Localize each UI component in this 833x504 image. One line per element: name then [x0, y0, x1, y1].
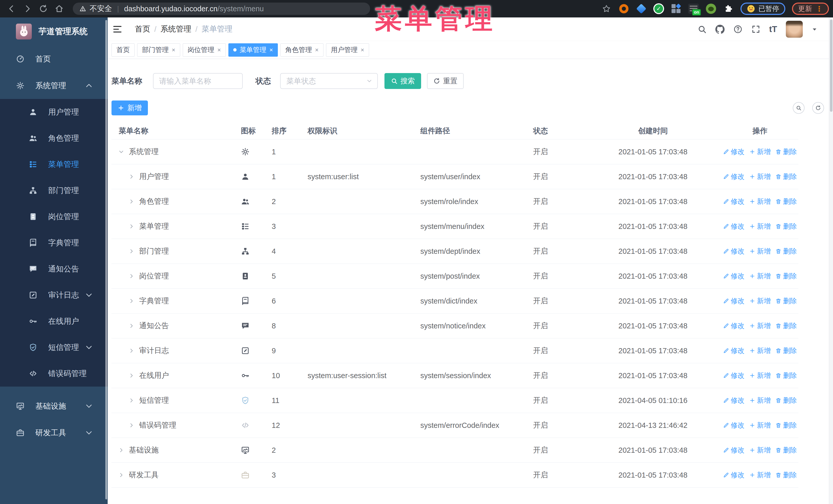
- browser-home-icon[interactable]: [55, 4, 64, 13]
- status-select-input[interactable]: [280, 73, 378, 89]
- edit-link[interactable]: 修改: [723, 197, 744, 206]
- tab-用户管理[interactable]: 用户管理×: [326, 43, 369, 57]
- browser-reload-icon[interactable]: [39, 4, 48, 13]
- hamburger-icon[interactable]: [112, 24, 122, 34]
- close-icon[interactable]: ×: [315, 46, 318, 54]
- sidebar-item-短信管理[interactable]: 短信管理: [0, 334, 108, 360]
- delete-link[interactable]: 删除: [775, 197, 797, 206]
- extension-switch-icon[interactable]: on: [688, 3, 699, 14]
- edit-link[interactable]: 修改: [723, 471, 744, 480]
- close-icon[interactable]: ×: [361, 46, 364, 54]
- add-link[interactable]: 新增: [749, 396, 771, 405]
- sidebar-scrollbar[interactable]: [105, 20, 107, 499]
- expand-row-icon[interactable]: [128, 323, 135, 329]
- reset-button[interactable]: 重置: [427, 73, 464, 89]
- expand-row-icon[interactable]: [128, 347, 135, 354]
- sidebar-item-系统管理[interactable]: 系统管理: [0, 72, 108, 99]
- edit-link[interactable]: 修改: [723, 446, 744, 455]
- add-link[interactable]: 新增: [749, 371, 771, 380]
- delete-link[interactable]: 删除: [775, 346, 797, 355]
- font-size-icon[interactable]: tT: [769, 24, 777, 34]
- sidebar-item-错误码管理[interactable]: 错误码管理: [0, 360, 108, 387]
- add-link[interactable]: 新增: [749, 446, 771, 455]
- add-link[interactable]: 新增: [749, 296, 771, 306]
- page-scrollbar-thumb[interactable]: [830, 20, 832, 112]
- profile-paused-badge[interactable]: 已暂停: [740, 3, 785, 15]
- expand-row-icon[interactable]: [128, 373, 135, 379]
- extension-green-check-icon[interactable]: ✓: [653, 3, 664, 14]
- search-button[interactable]: 搜索: [384, 73, 421, 89]
- edit-link[interactable]: 修改: [723, 321, 744, 331]
- expand-row-icon[interactable]: [118, 447, 124, 453]
- edit-link[interactable]: 修改: [723, 222, 744, 231]
- edit-link[interactable]: 修改: [723, 247, 744, 256]
- add-link[interactable]: 新增: [749, 222, 771, 231]
- fullscreen-icon[interactable]: [751, 25, 760, 34]
- add-link[interactable]: 新增: [749, 197, 771, 206]
- edit-link[interactable]: 修改: [723, 271, 744, 281]
- github-icon[interactable]: [715, 25, 724, 34]
- delete-link[interactable]: 删除: [775, 271, 797, 281]
- tab-首页[interactable]: 首页: [112, 43, 135, 57]
- app-logo[interactable]: 芋道管理系统: [0, 18, 108, 46]
- edit-link[interactable]: 修改: [723, 296, 744, 306]
- add-link[interactable]: 新增: [749, 346, 771, 355]
- delete-link[interactable]: 删除: [775, 222, 797, 231]
- sidebar-item-首页[interactable]: 首页: [0, 46, 108, 72]
- add-link[interactable]: 新增: [749, 147, 771, 157]
- breadcrumb-home[interactable]: 首页: [135, 24, 150, 34]
- delete-link[interactable]: 删除: [775, 446, 797, 455]
- delete-link[interactable]: 删除: [775, 172, 797, 181]
- edit-link[interactable]: 修改: [723, 172, 744, 181]
- delete-link[interactable]: 删除: [775, 296, 797, 306]
- extension-monkey-icon[interactable]: [706, 3, 716, 14]
- add-link[interactable]: 新增: [749, 321, 771, 331]
- edit-link[interactable]: 修改: [723, 147, 744, 157]
- close-icon[interactable]: ×: [269, 46, 273, 54]
- tab-岗位管理[interactable]: 岗位管理×: [183, 43, 226, 57]
- browser-update-badge[interactable]: 更新 ⋮: [792, 3, 829, 15]
- tab-菜单管理[interactable]: 菜单管理×: [229, 43, 278, 57]
- delete-link[interactable]: 删除: [775, 396, 797, 405]
- sidebar-item-菜单管理[interactable]: 菜单管理: [0, 151, 108, 177]
- address-bar[interactable]: 不安全 | dashboard.yudao.iocoder.cn/system/…: [73, 3, 370, 15]
- delete-link[interactable]: 删除: [775, 471, 797, 480]
- sidebar-item-研发工具[interactable]: 研发工具: [0, 419, 108, 446]
- edit-link[interactable]: 修改: [723, 421, 744, 430]
- sidebar-item-角色管理[interactable]: 角色管理: [0, 125, 108, 151]
- delete-link[interactable]: 删除: [775, 147, 797, 157]
- chevron-down-icon[interactable]: [811, 26, 818, 32]
- delete-link[interactable]: 删除: [775, 247, 797, 256]
- breadcrumb-system[interactable]: 系统管理: [161, 24, 191, 34]
- expand-row-icon[interactable]: [118, 472, 124, 478]
- edit-link[interactable]: 修改: [723, 371, 744, 380]
- edit-link[interactable]: 修改: [723, 346, 744, 355]
- delete-link[interactable]: 删除: [775, 421, 797, 430]
- delete-link[interactable]: 删除: [775, 321, 797, 331]
- expand-row-icon[interactable]: [128, 223, 135, 230]
- sidebar-item-基础设施[interactable]: 基础设施: [0, 393, 108, 419]
- sidebar-item-通知公告[interactable]: 通知公告: [0, 256, 108, 282]
- collapse-row-icon[interactable]: [118, 149, 124, 155]
- expand-row-icon[interactable]: [128, 398, 135, 404]
- add-link[interactable]: 新增: [749, 271, 771, 281]
- add-link[interactable]: 新增: [749, 421, 771, 430]
- sidebar-item-岗位管理[interactable]: 岗位管理: [0, 203, 108, 230]
- extensions-puzzle-icon[interactable]: [723, 3, 734, 14]
- expand-row-icon[interactable]: [128, 422, 135, 428]
- add-link[interactable]: 新增: [749, 172, 771, 181]
- tab-角色管理[interactable]: 角色管理×: [280, 43, 324, 57]
- close-icon[interactable]: ×: [172, 46, 175, 54]
- sidebar-item-在线用户[interactable]: 在线用户: [0, 308, 108, 334]
- browser-forward-icon[interactable]: [23, 4, 32, 13]
- browser-back-icon[interactable]: [7, 4, 16, 13]
- close-icon[interactable]: ×: [217, 46, 221, 54]
- expand-row-icon[interactable]: [128, 198, 135, 205]
- sidebar-item-用户管理[interactable]: 用户管理: [0, 99, 108, 125]
- expand-row-icon[interactable]: [128, 173, 135, 180]
- expand-row-icon[interactable]: [128, 248, 135, 254]
- avatar[interactable]: [786, 21, 803, 38]
- sidebar-item-部门管理[interactable]: 部门管理: [0, 177, 108, 203]
- extension-orange-ring-icon[interactable]: [618, 3, 629, 14]
- edit-link[interactable]: 修改: [723, 396, 744, 405]
